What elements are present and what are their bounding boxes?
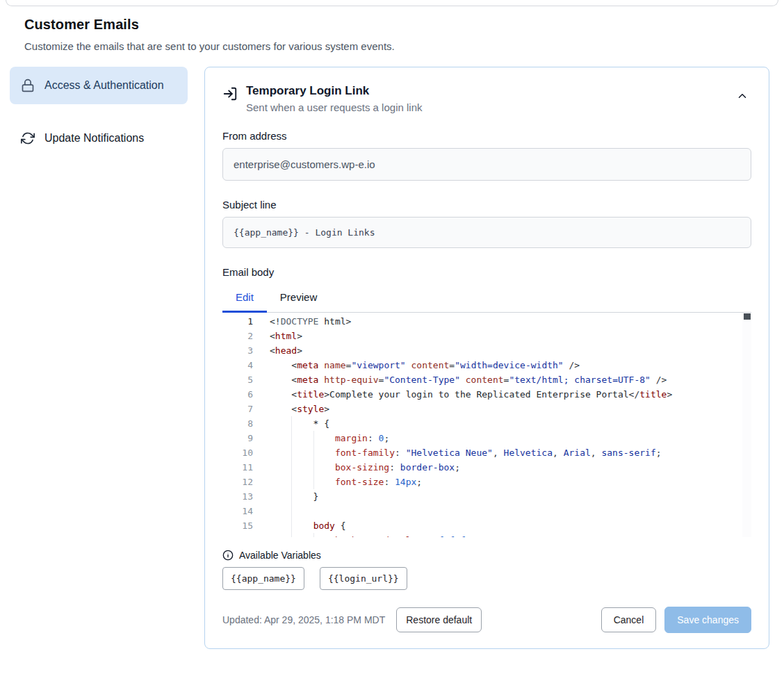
previous-card-bottom-edge [6,0,778,6]
line-number: 4 [222,358,253,372]
scrollbar-thumb[interactable] [744,313,751,320]
code-line-12: 12 font-size: 14px; [222,475,751,489]
lock-icon [21,79,35,92]
sidebar-item-update-notifications[interactable]: Update Notifications [10,120,188,157]
line-number: 15 [222,518,253,533]
code-line-4: 4 <meta name="viewport" content="width=d… [222,358,751,372]
line-number: 9 [222,431,253,445]
page-title: Customer Emails [24,17,760,33]
editor-scrollbar[interactable] [742,313,751,537]
restore-default-button[interactable]: Restore default [396,607,482,632]
line-number: 8 [222,416,253,431]
code-line-5: 5 <meta http-equiv="Content-Type" conten… [222,372,751,387]
page-header: Customer Emails Customize the emails tha… [0,0,784,52]
code-line-9: 9 margin: 0; [222,431,751,445]
info-icon [222,550,234,561]
code-lines: 1<!DOCTYPE html>2<html>3<head>4 <meta na… [222,314,751,537]
line-number: 6 [222,387,253,402]
code-line-11: 11 box-sizing: border-box; [222,460,751,475]
tab-edit[interactable]: Edit [222,284,267,313]
card-footer: Updated: Apr 29, 2025, 1:18 PM MDT Resto… [222,607,751,633]
from-address-label: From address [222,130,751,142]
editor-tabs: Edit Preview [222,284,751,313]
page-subtitle: Customize the emails that are sent to yo… [24,40,760,52]
line-number: 3 [222,343,253,358]
email-settings-card: Temporary Login Link Sent when a user re… [204,67,769,649]
card-header: Temporary Login Link Sent when a user re… [222,84,751,113]
subject-line-input[interactable] [222,217,751,248]
code-line-8: 8 * { [222,416,751,431]
line-number: 11 [222,460,253,475]
panel-subtitle: Sent when a user requests a login link [246,101,725,113]
collapse-section-button[interactable] [733,87,751,105]
line-number: 16 [222,533,253,537]
line-number: 7 [222,402,253,416]
code-line-15: 15 body { [222,518,751,533]
line-number: 12 [222,475,253,489]
line-number: 2 [222,329,253,343]
code-line-16: 16 background-color: #f6f6f6; [222,533,751,537]
code-line-3: 3<head> [222,343,751,358]
code-line-6: 6 <title>Complete your login to the Repl… [222,387,751,402]
save-changes-button[interactable]: Save changes [664,607,751,633]
updated-timestamp: Updated: Apr 29, 2025, 1:18 PM MDT [222,614,385,625]
code-line-7: 7 <style> [222,402,751,416]
panel-title: Temporary Login Link [246,84,725,98]
available-variables-label: Available Variables [239,550,321,561]
line-number: 13 [222,489,253,504]
code-line-13: 13 } [222,489,751,504]
code-line-1: 1<!DOCTYPE html> [222,314,751,329]
line-number: 5 [222,372,253,387]
variable-chip-login-url[interactable]: {{login_url}} [320,567,407,590]
sidebar: Access & Authentication Update Notificat… [10,67,188,157]
sidebar-item-access-authentication[interactable]: Access & Authentication [10,67,188,104]
variable-chips: {{app_name}} {{login_url}} [222,567,751,590]
refresh-icon [21,131,35,145]
code-editor[interactable]: 1<!DOCTYPE html>2<html>3<head>4 <meta na… [222,313,751,537]
subject-line-label: Subject line [222,199,751,211]
login-icon [222,86,238,101]
code-line-2: 2<html> [222,329,751,343]
code-line-14: 14 [222,504,751,518]
line-number: 10 [222,445,253,460]
available-variables-header: Available Variables [222,550,751,561]
line-number: 1 [222,314,253,329]
chevron-up-icon [736,90,749,102]
line-number: 14 [222,504,253,518]
from-address-input[interactable] [222,148,751,181]
sidebar-item-label: Update Notifications [44,130,144,147]
variable-chip-app-name[interactable]: {{app_name}} [222,567,304,590]
email-body-label: Email body [222,266,751,278]
cancel-button[interactable]: Cancel [601,607,657,632]
sidebar-item-label: Access & Authentication [44,77,164,94]
code-line-10: 10 font-family: "Helvetica Neue", Helvet… [222,445,751,460]
tab-preview[interactable]: Preview [267,284,330,313]
